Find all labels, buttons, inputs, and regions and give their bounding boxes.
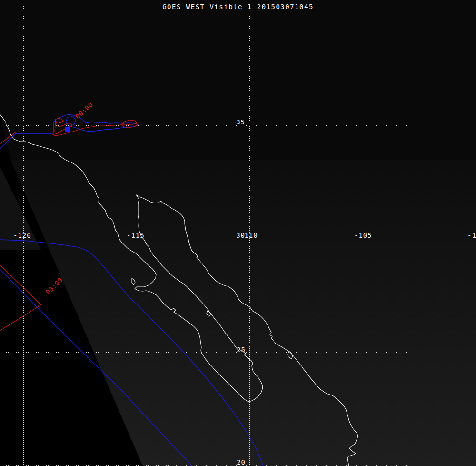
longitude-label: -1 (467, 232, 476, 239)
latitude-label: 35 (236, 119, 245, 125)
limb-shading (0, 113, 476, 466)
longitude-label: -120 (13, 232, 31, 239)
longitude-label: -110 (240, 232, 258, 239)
longitude-label: -105 (354, 232, 372, 239)
latitude-label: 25 (237, 346, 246, 353)
image-title: GOES WEST Visible 1 201503071045 (0, 3, 476, 10)
position-marker-square (65, 127, 70, 132)
latitude-label: 20 (237, 459, 246, 466)
longitude-label: -115 (127, 232, 145, 239)
satellite-display: GOES WEST Visible 1 201503071045 3530252… (0, 0, 476, 466)
